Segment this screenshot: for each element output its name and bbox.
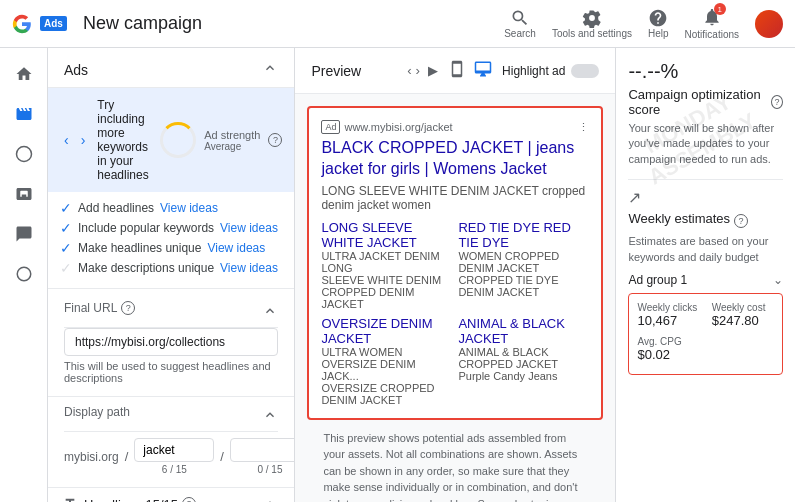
search-icon <box>510 8 530 28</box>
checklist-link-2[interactable]: View ideas <box>220 221 278 235</box>
mobile-icon[interactable] <box>446 58 468 83</box>
suggestion-next-button[interactable]: › <box>77 132 90 148</box>
final-url-toggle[interactable]: Final URL ? <box>64 301 278 328</box>
ad-link-1-sub1: ULTRA JACKET DENIM LONG <box>321 250 452 274</box>
ad-link-3-title[interactable]: OVERSIZE DENIM JACKET <box>321 316 452 346</box>
final-url-info-icon[interactable]: ? <box>121 301 135 315</box>
preview-play-button[interactable]: ▶ <box>428 63 438 78</box>
weekly-cost-value: $247.80 <box>712 313 774 328</box>
checklist-link-3[interactable]: View ideas <box>207 241 265 255</box>
headlines-toggle[interactable]: Headlines 15/15 ? <box>64 496 278 502</box>
optimization-score-info-icon[interactable]: ? <box>771 95 783 109</box>
tools-action[interactable]: Tools and settings <box>552 8 632 39</box>
preview-prev-button[interactable]: ‹ <box>407 63 411 78</box>
weekly-clicks-value: 10,467 <box>637 313 699 328</box>
nav-item-keywords[interactable] <box>6 216 42 252</box>
suggestion-prev-button[interactable]: ‹ <box>60 132 73 148</box>
checklist-text-3: Make headlines unique <box>78 241 201 255</box>
avg-cpg-label: Avg. CPG <box>637 336 774 347</box>
checklist-text-2: Include popular keywords <box>78 221 214 235</box>
ad-desc: LONG SLEEVE WHITE DENIM JACKET cropped d… <box>321 184 589 212</box>
ad-badge: Ad <box>321 120 340 134</box>
headlines-label: Headlines 15/15 <box>84 497 178 503</box>
nav-item-campaigns[interactable] <box>6 96 42 132</box>
suggestion-bar: ‹ › Try including more keywords in your … <box>48 88 294 192</box>
notifications-action[interactable]: 1 Notifications <box>685 7 739 40</box>
path2-container: 0 / 15 <box>230 438 295 475</box>
suggestion-nav: ‹ › <box>60 132 89 148</box>
final-url-input[interactable] <box>64 328 278 356</box>
final-url-label: Final URL ? <box>64 301 135 315</box>
checklist-link-4[interactable]: View ideas <box>220 261 278 275</box>
ads-icon <box>15 185 33 203</box>
ad-menu-icon[interactable]: ⋮ <box>578 121 589 134</box>
preview-controls: ‹ › ▶ Highlight ad <box>407 58 599 83</box>
check-icon-3: ✓ <box>60 240 72 256</box>
ad-link-4: ANIMAL & BLACK JACKET ANIMAL & BLACK CRO… <box>458 316 589 406</box>
checklist: ✓ Add headlines View ideas ✓ Include pop… <box>48 192 294 289</box>
content: Ads ‹ › Try including more keywords in y… <box>48 48 795 502</box>
path1-input[interactable] <box>134 438 214 462</box>
path-slash-2: / <box>220 449 224 464</box>
preview-next-button[interactable]: › <box>416 63 420 78</box>
search-action[interactable]: Search <box>504 8 536 39</box>
path2-input[interactable] <box>230 438 295 462</box>
checklist-link-1[interactable]: View ideas <box>160 201 218 215</box>
checklist-item-3: ✓ Make headlines unique View ideas <box>60 240 282 256</box>
ad-strength-info-icon[interactable]: ? <box>268 133 282 147</box>
avatar[interactable] <box>755 10 783 38</box>
nav-item-circle[interactable] <box>6 256 42 292</box>
weekly-clicks-col: Weekly clicks 10,467 <box>637 302 699 328</box>
uncheck-icon-4: ✓ <box>60 260 72 276</box>
metrics-row-1: Weekly clicks 10,467 Weekly cost $247.80 <box>637 302 774 328</box>
metrics-table: Weekly clicks 10,467 Weekly cost $247.80… <box>628 293 783 375</box>
ad-link-2-sub1: WOMEN CROPPED DENIM JACKET <box>458 250 589 274</box>
ad-link-2-sub2: CROPPED TIE DYE DENIM JACKET <box>458 274 589 298</box>
ads-section-title: Ads <box>64 62 88 78</box>
ad-group-collapse-button[interactable]: ⌄ <box>773 273 783 287</box>
final-url-collapse-icon <box>262 303 278 319</box>
ad-link-4-sub1: ANIMAL & BLACK CROPPED JACKET <box>458 346 589 370</box>
check-icon-2: ✓ <box>60 220 72 236</box>
ad-link-2: RED TIE DYE RED TIE DYE WOMEN CROPPED DE… <box>458 220 589 310</box>
ads-collapse-button[interactable] <box>262 60 278 79</box>
ad-links: LONG SLEEVE WHITE JACKET ULTRA JACKET DE… <box>321 220 589 406</box>
display-path-label: Display path <box>64 405 130 419</box>
highlight-toggle-switch[interactable] <box>571 64 599 78</box>
nav-item-home[interactable] <box>6 56 42 92</box>
avg-cpg-col: Avg. CPG $0.02 <box>637 332 774 362</box>
desktop-icon[interactable] <box>472 58 494 83</box>
path2-counter: 0 / 15 <box>230 464 295 475</box>
headlines-section: Headlines 15/15 ? For optimal ad perform… <box>48 488 294 502</box>
path1-container: 6 / 15 <box>134 438 214 475</box>
checklist-text-4: Make descriptions unique <box>78 261 214 275</box>
headlines-label-row: Headlines 15/15 ? <box>64 496 196 502</box>
tools-label: Tools and settings <box>552 28 632 39</box>
main-layout: Ads ‹ › Try including more keywords in y… <box>0 48 795 502</box>
display-path-toggle[interactable]: Display path <box>64 405 278 432</box>
nav-item-ads[interactable] <box>6 176 42 212</box>
weekly-cost-col: Weekly cost $247.80 <box>712 302 774 328</box>
nav-item-adgroups[interactable] <box>6 136 42 172</box>
help-label: Help <box>648 28 669 39</box>
ad-link-4-title[interactable]: ANIMAL & BLACK JACKET <box>458 316 589 346</box>
svg-point-0 <box>16 147 31 162</box>
google-icon <box>12 14 32 34</box>
ad-strength-container: Ad strength Average ? <box>160 122 282 158</box>
home-icon <box>15 65 33 83</box>
ad-preview-area: Ad www.mybisi.org/jacket ⋮ BLACK CROPPED… <box>295 94 615 502</box>
notifications-label: Notifications <box>685 29 739 40</box>
weekly-est-info-icon[interactable]: ? <box>734 214 748 228</box>
headlines-info-icon[interactable]: ? <box>182 497 196 502</box>
help-action[interactable]: Help <box>648 8 669 39</box>
ads-logo: Ads <box>40 16 67 31</box>
ad-link-1-title[interactable]: LONG SLEEVE WHITE JACKET <box>321 220 452 250</box>
ad-link-2-title[interactable]: RED TIE DYE RED TIE DYE <box>458 220 589 250</box>
ad-strength-label: Ad strength <box>204 129 260 141</box>
weekly-est-desc: Estimates are based on your keywords and… <box>628 234 783 265</box>
help-icon <box>648 8 668 28</box>
path-base: mybisi.org <box>64 450 119 464</box>
adgroup-icon <box>15 145 33 163</box>
preview-note-text: This preview shows potential ads assembl… <box>323 432 584 502</box>
headlines-collapse-icon <box>262 496 278 502</box>
